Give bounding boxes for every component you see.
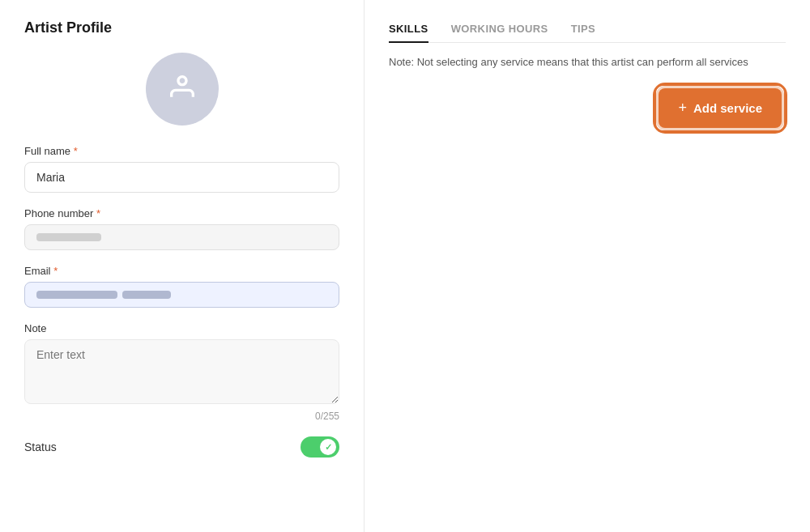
email-placeholder-bar — [36, 291, 117, 299]
add-service-wrapper: + Add service — [389, 84, 786, 132]
phone-number-group: Phone number * — [24, 207, 339, 250]
skills-note: Note: Not selecting any service means th… — [389, 56, 786, 68]
status-toggle[interactable]: ✓ — [301, 436, 339, 458]
toggle-check-icon: ✓ — [325, 442, 332, 453]
tab-skills[interactable]: SKILLS — [389, 16, 428, 43]
add-service-highlight: + Add service — [654, 84, 786, 132]
email-group: Email * — [24, 265, 339, 308]
required-indicator: * — [70, 145, 78, 157]
note-group: Note 0/255 — [24, 322, 339, 422]
full-name-input[interactable] — [24, 162, 339, 193]
full-name-group: Full name * — [24, 145, 339, 193]
email-label: Email * — [24, 265, 339, 277]
add-service-button[interactable]: + Add service — [659, 88, 782, 128]
full-name-label: Full name * — [24, 145, 339, 157]
status-row: Status ✓ — [24, 436, 339, 458]
avatar[interactable] — [146, 53, 219, 126]
note-label: Note — [24, 322, 339, 334]
phone-number-input[interactable] — [24, 224, 339, 250]
tab-tips[interactable]: TIPS — [571, 16, 596, 43]
email-placeholder-bar2 — [122, 291, 171, 299]
add-service-label: Add service — [693, 101, 762, 115]
phone-placeholder-bar — [36, 233, 101, 241]
right-panel: SKILLS WORKING HOURS TIPS Note: Not sele… — [364, 0, 810, 532]
tab-working-hours[interactable]: WORKING HOURS — [451, 16, 548, 43]
plus-icon: + — [678, 100, 687, 117]
email-input[interactable] — [24, 282, 339, 308]
required-indicator: * — [51, 265, 58, 277]
avatar-container — [24, 53, 339, 126]
note-textarea[interactable] — [24, 339, 339, 404]
char-count: 0/255 — [24, 411, 339, 422]
avatar-icon — [166, 71, 198, 107]
page-title: Artist Profile — [24, 19, 339, 36]
phone-number-label: Phone number * — [24, 207, 339, 219]
toggle-knob: ✓ — [320, 439, 336, 455]
tabs-container: SKILLS WORKING HOURS TIPS — [389, 16, 786, 43]
required-indicator: * — [93, 207, 100, 219]
status-label: Status — [24, 440, 57, 453]
left-panel: Artist Profile Full name * Phone number … — [0, 0, 364, 532]
